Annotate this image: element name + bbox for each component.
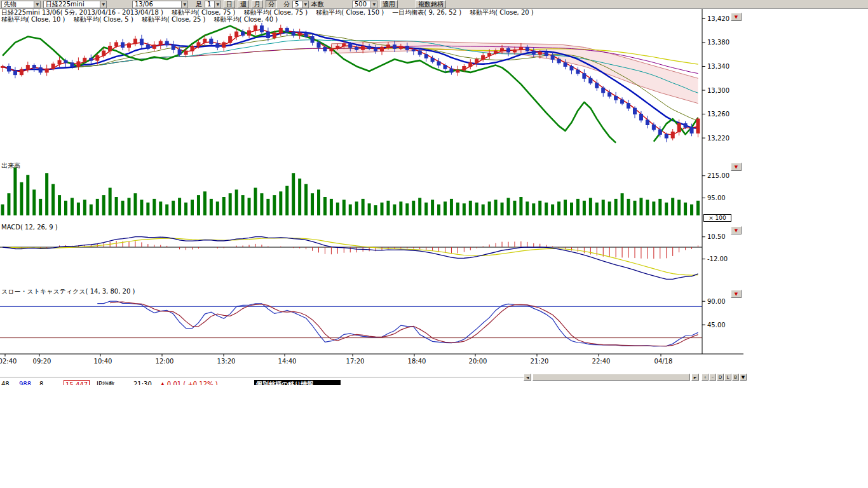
- macd-axis-label: 10.50: [707, 233, 726, 240]
- chart-application-window: 先物 ▼ 日経225mini ▼ 13/06 ▼ 足 1 ▼ 日 週 月 分 分…: [0, 0, 868, 488]
- stochastics-axis-label: 45.00: [707, 322, 726, 329]
- volume-panel-label: 出来高: [1, 161, 20, 170]
- price-axis-label: 13,420: [707, 15, 729, 22]
- time-axis-label: 04/18: [654, 358, 673, 365]
- stochastics-panel-label: スロー・ストキャスティクス( 14, 3, 80, 20 ): [1, 287, 135, 296]
- status-quote-change: ▲ 0.01 ( +0.12% ): [160, 380, 218, 385]
- volume-scale-badge: × 100: [703, 214, 731, 222]
- status-value-1: 48: [1, 380, 10, 385]
- price-panel-menu-button[interactable]: ▼: [731, 13, 742, 21]
- time-axis-label: 13:20: [217, 358, 236, 365]
- time-axis-label: 20:00: [469, 358, 487, 365]
- status-quote-price: 15,447: [64, 380, 90, 385]
- time-axis-label: 12:00: [156, 358, 174, 365]
- time-axis-label: 09:20: [33, 358, 51, 365]
- macd-axis-label: -12.00: [707, 255, 728, 262]
- time-axis-label: 02:40: [0, 358, 17, 365]
- status-banner: 個別銘柄の移り情報: [254, 380, 341, 385]
- status-value-2: 988: [19, 380, 31, 385]
- dropdown-arrow-icon: ▼: [735, 165, 738, 170]
- volume-axis-label: 95.00: [707, 194, 726, 201]
- stochastics-panel-menu-button[interactable]: ▼: [731, 290, 742, 298]
- status-value-3: 8: [39, 380, 43, 385]
- dropdown-arrow-icon: ▼: [735, 292, 738, 297]
- time-axis-label: 17:20: [346, 358, 365, 365]
- price-axis-label: 13,300: [707, 87, 729, 94]
- time-axis-label: 21:20: [531, 358, 549, 365]
- dropdown-arrow-icon: ▼: [735, 228, 738, 233]
- status-strip: 48 988 8 15,447 JP指数 21:30 ▲ 0.01 ( +0.1…: [0, 380, 868, 385]
- status-quote-time: 21:30: [133, 380, 152, 385]
- status-quote-name: JP指数: [97, 380, 115, 385]
- price-axis-label: 13,380: [707, 39, 729, 46]
- macd-panel-menu-button[interactable]: ▼: [731, 226, 742, 234]
- volume-axis-label: 215.00: [707, 172, 729, 179]
- price-axis-label: 13,260: [707, 111, 729, 118]
- price-axis-label: 13,340: [707, 63, 729, 70]
- scrollbar-track[interactable]: [0, 377, 524, 377]
- dropdown-arrow-icon: ▼: [735, 15, 738, 20]
- time-axis-label: 10:40: [94, 358, 112, 365]
- time-axis-label: 14:40: [278, 358, 297, 365]
- chart-title-line2: 移動平均( Close, 10 ) 移動平均( Close, 5 ) 移動平均(…: [1, 15, 278, 24]
- price-axis-label: 13,220: [707, 135, 729, 142]
- time-axis-label: 18:40: [408, 358, 426, 365]
- time-axis-label: 22:40: [592, 358, 611, 365]
- stochastics-axis-label: 90.00: [707, 298, 726, 305]
- chart-canvas[interactable]: 13,42013,38013,34013,30013,26013,220215.…: [0, 0, 756, 381]
- volume-panel-menu-button[interactable]: ▼: [731, 163, 742, 171]
- macd-panel-label: MACD( 12, 26, 9 ): [1, 224, 58, 231]
